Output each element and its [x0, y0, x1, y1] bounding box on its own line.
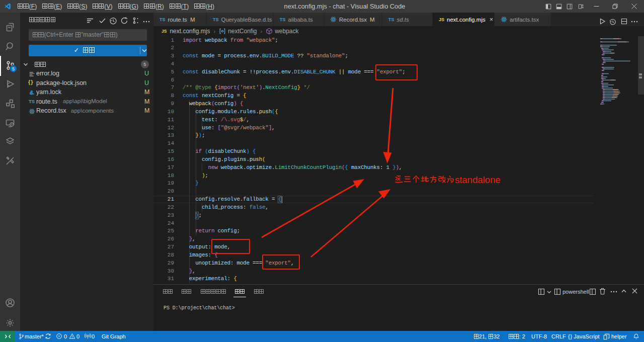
svg-text:standalone: standalone	[455, 175, 501, 185]
